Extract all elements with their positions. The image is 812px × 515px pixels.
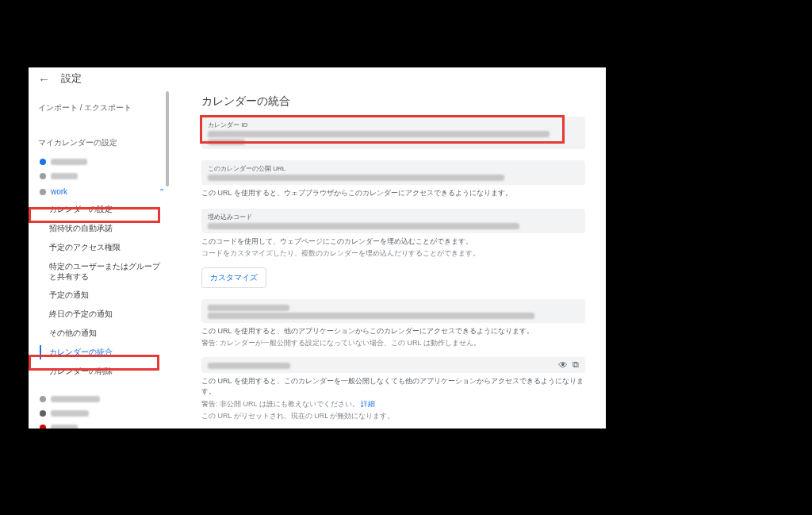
sidebar-item-label: 特定のユーザーまたはグループと共有する: [49, 261, 165, 282]
warning-text: 警告: 非公開 URL は誰にも教えないでください。 詳細: [201, 399, 585, 410]
sidebar-item-label: 予定のアクセス権限: [49, 242, 121, 253]
sidebar-calendar-work[interactable]: work ⌃: [35, 183, 170, 200]
eye-off-icon[interactable]: 👁: [558, 359, 568, 371]
sidebar-my-calendars: マイカレンダーの設定: [35, 131, 170, 155]
sidebar: インポート / エクスポート マイカレンダーの設定 work ⌃ カレンダーの設…: [29, 90, 170, 429]
blurred-label: [51, 173, 78, 179]
sidebar-item-other-notifications[interactable]: その他の通知: [35, 324, 170, 343]
dot-icon: [40, 396, 46, 402]
sidebar-item-allday-notifications[interactable]: 終日の予定の通知: [35, 305, 170, 324]
dot-icon: [40, 425, 46, 429]
help-text: この URL を使用すると、このカレンダーを一般公開しなくても他のアプリケーショ…: [201, 376, 585, 398]
sidebar-item-label: カレンダーの削除: [49, 366, 113, 377]
field-label: カレンダー ID: [208, 121, 579, 129]
help-text: このコードを使用して、ウェブページにこのカレンダーを埋め込むことができます。: [201, 236, 585, 248]
blurred-value: [208, 131, 550, 137]
field-label: 埋め込みコード: [208, 213, 579, 221]
warning-prefix: 警告: 非公開 URL は誰にも教えないでください。: [201, 400, 359, 408]
field-ical-private[interactable]: 👁 ⧉: [201, 357, 585, 373]
copy-icon[interactable]: ⧉: [573, 359, 579, 371]
blurred-value: [208, 139, 245, 145]
sidebar-item-label: カレンダーの統合: [49, 347, 113, 358]
dot-icon: [40, 410, 46, 417]
dot-icon: [40, 159, 46, 165]
blurred-label: [51, 410, 89, 417]
sidebar-item-calendar-settings[interactable]: カレンダーの設定: [35, 200, 170, 219]
sidebar-item-event-notifications[interactable]: 予定の通知: [35, 286, 170, 305]
sidebar-item-label: その他の通知: [49, 328, 97, 339]
help-text: この URL を使用すると、ウェブブラウザからこのカレンダーにアクセスできるよう…: [201, 188, 585, 199]
sidebar-calendar-item[interactable]: [35, 169, 170, 183]
sidebar-item-share-specific[interactable]: 特定のユーザーまたはグループと共有する: [35, 257, 170, 286]
section-title: カレンダーの統合: [201, 94, 585, 109]
blurred-label: [208, 305, 289, 311]
sidebar-import-export[interactable]: インポート / エクスポート: [35, 96, 170, 120]
page-title: 設定: [61, 71, 82, 86]
help-text: この URL を使用すると、他のアプリケーションからこのカレンダーにアクセスでき…: [201, 326, 585, 337]
warning-text: 警告: カレンダーが一般公開する設定になっていない場合、この URL は動作しま…: [201, 338, 585, 349]
blurred-value: [208, 175, 504, 181]
back-arrow-icon[interactable]: ←: [38, 72, 50, 86]
help-text: コードをカスタマイズしたり、複数のカレンダーを埋め込んだりすることができます。: [201, 248, 585, 259]
settings-window: ← 設定 インポート / エクスポート マイカレンダーの設定 work ⌃ カレ…: [29, 67, 606, 429]
blurred-label: [51, 396, 100, 402]
customize-button[interactable]: カスタマイズ: [201, 267, 266, 288]
help-text: この URL がリセットされ、現在の URL が無効になります。: [201, 411, 585, 422]
blurred-value: [208, 313, 534, 319]
field-calendar-id[interactable]: カレンダー ID: [201, 117, 585, 149]
dot-icon: [40, 189, 46, 195]
sidebar-calendar-item[interactable]: [35, 155, 170, 169]
field-embed-code[interactable]: 埋め込みコード: [201, 209, 585, 233]
field-ical-public[interactable]: [201, 299, 585, 323]
blurred-label: [51, 425, 78, 429]
field-label: このカレンダーの公開 URL: [208, 164, 579, 173]
details-link[interactable]: 詳細: [361, 400, 375, 408]
sidebar-calendar-item[interactable]: [35, 421, 170, 429]
blurred-label: [51, 159, 87, 165]
chevron-up-icon: ⌃: [159, 187, 165, 196]
dot-icon: [40, 173, 46, 179]
sidebar-item-label: 予定の通知: [49, 290, 89, 301]
sidebar-item-label: 終日の予定の通知: [49, 309, 113, 320]
sidebar-item-calendar-integration[interactable]: カレンダーの統合: [35, 343, 170, 362]
sidebar-calendar-item[interactable]: [35, 392, 170, 406]
sidebar-item-auto-accept[interactable]: 招待状の自動承諾: [35, 219, 170, 238]
sidebar-item-label: work: [51, 187, 67, 196]
sidebar-calendar-item[interactable]: [35, 406, 170, 421]
main-content: カレンダーの統合 カレンダー ID このカレンダーの公開 URL この URL …: [170, 90, 606, 429]
blurred-label: [208, 363, 290, 369]
field-public-url[interactable]: このカレンダーの公開 URL: [201, 160, 585, 185]
sidebar-item-delete-calendar[interactable]: カレンダーの削除: [35, 362, 170, 381]
sidebar-item-label: カレンダーの設定: [49, 204, 113, 215]
sidebar-item-access-permissions[interactable]: 予定のアクセス権限: [35, 238, 170, 257]
sidebar-item-label: 招待状の自動承諾: [49, 223, 113, 234]
blurred-value: [208, 223, 519, 229]
header: ← 設定: [29, 67, 606, 90]
